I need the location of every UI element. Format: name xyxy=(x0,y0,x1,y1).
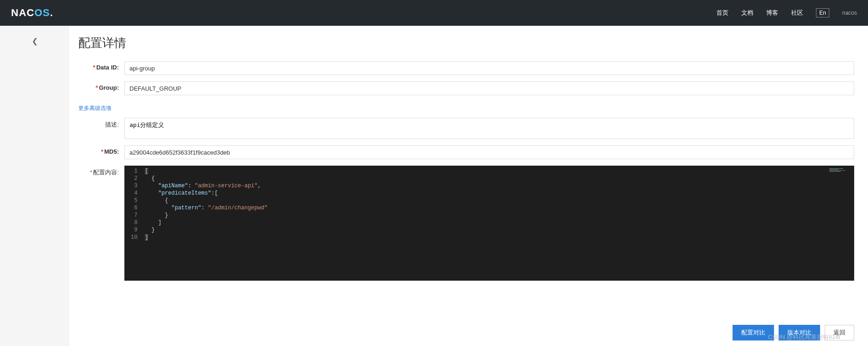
md5-input[interactable] xyxy=(124,145,854,159)
page-title: 配置详情 xyxy=(78,35,854,51)
app-logo: NACOS. xyxy=(11,7,53,19)
logo-dot: . xyxy=(50,7,53,19)
back-arrow-icon[interactable]: ❮ xyxy=(32,37,38,346)
header-nav: 首页 文档 博客 社区 En nacos xyxy=(716,8,857,17)
desc-label: 描述: xyxy=(78,118,124,129)
nav-docs[interactable]: 文档 xyxy=(741,9,753,17)
logo-text-1: NAC xyxy=(11,7,35,19)
desc-textarea[interactable] xyxy=(124,118,854,139)
nav-home[interactable]: 首页 xyxy=(716,9,728,17)
logo-text-2: OS xyxy=(35,7,50,19)
data-id-label: *Data ID: xyxy=(78,61,124,71)
group-input[interactable] xyxy=(124,81,854,95)
version-compare-button[interactable]: 版本对比 xyxy=(779,325,820,340)
advanced-options-link[interactable]: 更多高级选项 xyxy=(78,104,111,112)
content-label: *配置内容: xyxy=(78,166,124,177)
sidebar: ❮ xyxy=(0,26,69,346)
code-editor[interactable]: 12345678910 [ { "apiName": "admin-servic… xyxy=(124,166,854,281)
code-gutter: 12345678910 xyxy=(124,166,141,281)
footer-buttons: 配置对比 版本对比 返回 xyxy=(733,325,854,340)
config-compare-button[interactable]: 配置对比 xyxy=(733,325,774,340)
main-content: 配置详情 *Data ID: *Group: 更多高级选项 描述: *MD5: … xyxy=(69,26,868,346)
data-id-input[interactable] xyxy=(124,61,854,75)
code-area[interactable]: [ { "apiName": "admin-service-api", "pre… xyxy=(141,166,854,281)
nav-blog[interactable]: 博客 xyxy=(766,9,778,17)
app-header: NACOS. 首页 文档 博客 社区 En nacos xyxy=(0,0,868,26)
md5-label: *MD5: xyxy=(78,145,124,155)
header-right-link[interactable]: nacos xyxy=(842,10,857,16)
back-button[interactable]: 返回 xyxy=(825,325,854,340)
code-minimap xyxy=(829,168,852,172)
group-label: *Group: xyxy=(78,81,124,91)
lang-switch[interactable]: En xyxy=(816,8,829,17)
nav-community[interactable]: 社区 xyxy=(791,9,803,17)
